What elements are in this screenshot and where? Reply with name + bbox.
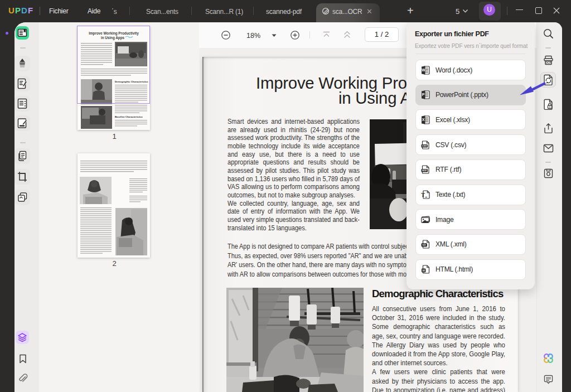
svg-text:RTF: RTF [422,170,427,172]
svg-text:X: X [422,118,425,122]
svg-text:OCR: OCR [545,61,551,64]
svg-text:P: P [422,93,425,96]
svg-text:Baseline Characteristics: Baseline Characteristics [115,115,143,118]
svg-text:CSV: CSV [422,144,427,147]
svg-text:W: W [422,68,425,72]
svg-text:</>: </> [422,244,426,246]
svg-text:H: H [423,269,425,272]
svg-text:T: T [421,192,425,198]
